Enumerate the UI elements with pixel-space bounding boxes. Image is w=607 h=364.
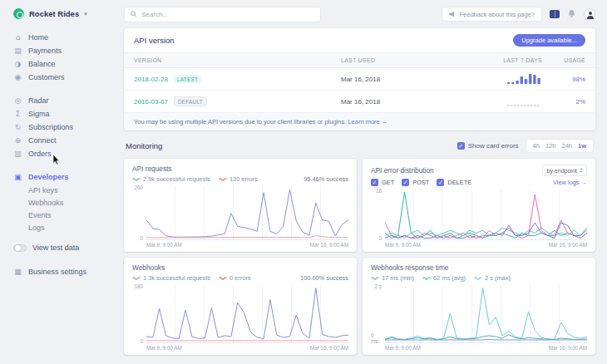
main-content: Feedback about this page? API version Up…: [121, 0, 607, 364]
range-1w[interactable]: 1w: [578, 142, 586, 150]
y-axis: 2 s 0 ms: [371, 285, 385, 343]
connect-icon: ⊕: [13, 136, 22, 145]
view-test-data-label: View test data: [32, 243, 79, 252]
chart-plot-area: [385, 285, 587, 343]
chart-plot-area: [146, 285, 348, 343]
webhooks-card: Webhooks 1.3k successful requests 0 erro…: [124, 258, 357, 355]
squiggle-icon: [474, 276, 482, 281]
delete-checkbox[interactable]: ✓ DELETE: [437, 179, 471, 186]
legend-label: 130 errors: [229, 175, 258, 183]
balance-icon: ◑: [13, 60, 22, 68]
toggle-switch-icon[interactable]: [13, 244, 27, 252]
webhooks-response-time-chart: [385, 285, 587, 342]
sidebar-item-business-settings[interactable]: ▦ Business settings: [13, 265, 116, 278]
range-12h[interactable]: 12h: [545, 142, 556, 150]
show-card-errors-checkbox[interactable]: ✓ Show card errors: [457, 142, 519, 150]
account-switcher[interactable]: Rocket Rides ▾: [13, 8, 116, 19]
sidebar-item-balance[interactable]: ◑ Balance: [13, 57, 116, 71]
sidebar-item-webhooks[interactable]: Webhooks: [13, 196, 116, 209]
time-range-selector: 4h 12h 24h 1w: [526, 139, 594, 153]
version-link[interactable]: 2018-02-28: [134, 76, 168, 83]
checkbox-checked-icon[interactable]: ✓: [437, 179, 444, 186]
legend-avg[interactable]: 62 ms (avg): [422, 274, 466, 282]
sidebar-item-connect[interactable]: ⊕ Connect: [13, 134, 116, 147]
sidebar-item-payments[interactable]: ▤ Payments: [13, 44, 116, 57]
docs-icon[interactable]: [550, 10, 560, 18]
topbar: Feedback about this page?: [124, 5, 595, 23]
legend-min[interactable]: 17 ms (min): [371, 274, 414, 282]
learn-more-link[interactable]: Learn more →: [348, 118, 387, 125]
x-tick-end: Mar 16, 9:00 AM: [549, 345, 587, 351]
sidebar-item-customers[interactable]: ◉ Customers: [13, 71, 116, 84]
legend-label: 1.3k successful requests: [143, 274, 210, 282]
post-checkbox[interactable]: ✓ POST: [402, 179, 429, 186]
version-link[interactable]: 2016-03-07: [134, 98, 168, 106]
x-axis: Mar 9, 9:00 AM Mar 16, 9:00 AM: [385, 242, 587, 248]
column-header-version: VERSION: [134, 53, 341, 67]
x-tick-start: Mar 9, 9:00 AM: [385, 242, 421, 248]
sidebar-item-label: Home: [28, 33, 48, 42]
user-avatar[interactable]: [584, 8, 595, 20]
range-24h[interactable]: 24h: [561, 142, 572, 150]
upgrade-available-button[interactable]: Upgrade available...: [513, 34, 585, 47]
sidebar-item-subscriptions[interactable]: ↻ Subscriptions: [13, 121, 116, 134]
chevron-down-icon: ▾: [84, 11, 87, 17]
notifications-bell-icon[interactable]: [567, 9, 576, 19]
x-tick-start: Mar 9, 9:00 AM: [385, 345, 421, 351]
legend-successful-requests[interactable]: 1.3k successful requests: [132, 274, 210, 282]
legend-max[interactable]: 2 s (max): [474, 274, 511, 282]
x-axis: Mar 9, 9:00 AM Mar 16, 9:00 AM: [385, 345, 587, 351]
select-value: by endpoint: [547, 168, 577, 174]
sidebar-item-api-keys[interactable]: API keys: [13, 184, 116, 196]
usage-sparkline: [506, 73, 542, 85]
sidebar-item-home[interactable]: ⌂ Home: [13, 31, 116, 44]
sidebar-item-label: Business settings: [28, 268, 86, 276]
note-text: You may be using multiple API versions d…: [134, 118, 346, 125]
checkbox-checked-icon[interactable]: ✓: [402, 179, 409, 186]
legend-label: 2 s (max): [485, 274, 511, 282]
sidebar-item-logs[interactable]: Logs: [13, 221, 116, 234]
sidebar-item-events[interactable]: Events: [13, 209, 116, 221]
sidebar-item-developers[interactable]: ▣ Developers: [13, 170, 116, 184]
squiggle-icon: [219, 276, 227, 281]
sidebar-item-label: Radar: [28, 96, 49, 105]
column-header-usage: USAGE: [542, 53, 585, 67]
view-test-data-toggle[interactable]: View test data: [13, 243, 116, 252]
checkbox-checked-icon[interactable]: ✓: [457, 142, 465, 150]
feedback-label: Feedback about this page?: [460, 11, 535, 18]
legend-successful-requests[interactable]: 2.9k successful requests: [132, 175, 210, 183]
sidebar-divider: [13, 84, 116, 94]
by-endpoint-select[interactable]: by endpoint ▴▾: [542, 165, 587, 176]
sidebar-item-label: Developers: [28, 173, 69, 181]
legend-label: 0 errors: [229, 274, 250, 282]
sidebar-item-label: Connect: [28, 136, 57, 145]
checkbox-checked-icon[interactable]: ✓: [371, 179, 378, 186]
y-axis: 18 0: [371, 189, 385, 240]
get-checkbox[interactable]: ✓ GET: [371, 179, 394, 186]
business-settings-icon: ▦: [13, 268, 22, 276]
chart-title: Webhooks: [132, 263, 348, 272]
checkbox-label: POST: [412, 179, 429, 186]
feedback-button[interactable]: Feedback about this page?: [442, 7, 542, 22]
sidebar-item-orders[interactable]: ▥ Orders: [13, 147, 116, 160]
column-header-last-7-days: LAST 7 DAYS: [466, 53, 542, 67]
search-input[interactable]: [141, 11, 314, 18]
x-tick-end: Mar 16, 9:00 AM: [549, 242, 587, 248]
monitoring-title: Monitoring: [126, 141, 162, 150]
sidebar-item-sigma[interactable]: Σ Sigma: [13, 107, 116, 121]
y-axis: 180 0: [132, 285, 146, 343]
sidebar-item-radar[interactable]: ◎ Radar: [13, 94, 116, 107]
view-logs-link[interactable]: View logs →: [553, 179, 587, 186]
default-badge: DEFAULT: [174, 96, 207, 106]
dashboard-app: Rocket Rides ▾ ⌂ Home ▤ Payments ◑ Balan…: [0, 0, 607, 364]
x-axis: Mar 9, 9:00 AM Mar 16, 9:00 AM: [146, 242, 348, 248]
squiggle-icon: [219, 177, 227, 182]
y-tick-bottom: 0: [140, 235, 143, 241]
legend-errors[interactable]: 0 errors: [219, 274, 250, 282]
chart-title: API requests: [132, 165, 348, 173]
range-4h[interactable]: 4h: [533, 142, 540, 150]
api-error-distribution-chart: [385, 189, 587, 239]
legend-errors[interactable]: 130 errors: [219, 175, 258, 183]
y-tick-top: 18: [376, 188, 382, 194]
search-box[interactable]: [124, 7, 321, 22]
